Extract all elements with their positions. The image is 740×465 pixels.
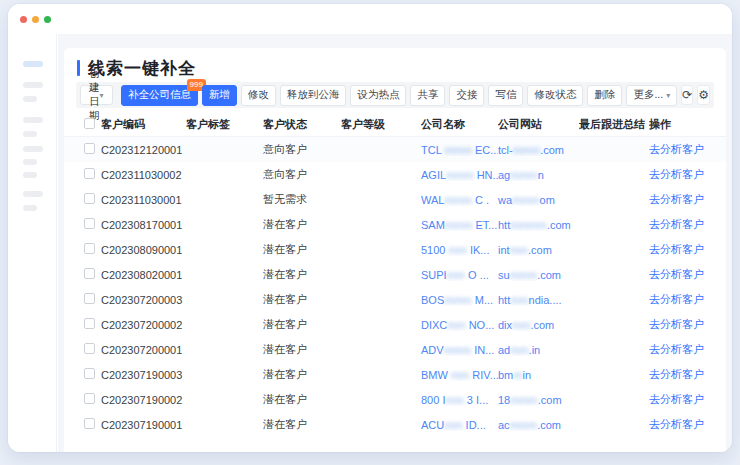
column-header-last-follow-up: 最后跟进总结 <box>579 117 649 132</box>
sidebar-item-active[interactable] <box>23 61 43 67</box>
window-titlebar <box>8 4 732 34</box>
row-checkbox[interactable] <box>84 293 95 304</box>
sidebar-item[interactable] <box>23 131 37 137</box>
toolbar-button-删除[interactable]: 删除 <box>587 85 622 106</box>
more-button[interactable]: 更多... ▾ <box>626 85 677 106</box>
company-name-link[interactable]: BMW mm RIV... <box>421 369 498 381</box>
company-website-link[interactable]: summm.com <box>498 269 579 281</box>
complete-company-info-button[interactable]: 补全公司信息 999 <box>121 85 198 106</box>
table-row: C202307200002 潜在客户 DIXCmm NO... dixmm.co… <box>64 312 726 337</box>
company-name-link[interactable]: SUPImm O ... <box>421 269 498 281</box>
analyze-customer-link[interactable]: 去分析客户 <box>649 293 704 305</box>
company-name-link[interactable]: SAMmmm ET... <box>421 219 498 231</box>
toolbar-button-写信[interactable]: 写信 <box>488 85 523 106</box>
company-website-link[interactable]: agmmmn <box>498 169 579 181</box>
refresh-button[interactable]: ⟳ <box>681 85 693 105</box>
column-header-actions: 操作 <box>649 117 726 132</box>
company-name-link[interactable]: AGILmmm HN... <box>421 169 498 181</box>
desktop-background: 线索一键补全 创建日期 ▾ 补全公司信息 999 新增 修改释放 <box>0 0 740 465</box>
select-all-checkbox[interactable] <box>84 118 95 129</box>
row-checkbox[interactable] <box>84 418 95 429</box>
company-website-link[interactable]: httmmndia.... <box>498 294 579 306</box>
row-checkbox[interactable] <box>84 368 95 379</box>
minimize-window-button[interactable] <box>32 16 39 23</box>
analyze-customer-link[interactable]: 去分析客户 <box>649 268 704 280</box>
company-website-link[interactable]: tcl-mmm.com <box>498 144 579 156</box>
row-checkbox[interactable] <box>84 168 95 179</box>
toolbar-button-修改[interactable]: 修改 <box>241 85 276 106</box>
row-checkbox[interactable] <box>84 318 95 329</box>
analyze-customer-link[interactable]: 去分析客户 <box>649 168 704 180</box>
company-website-link[interactable]: 18mmm.com <box>498 394 579 406</box>
row-checkbox[interactable] <box>84 193 95 204</box>
analyze-customer-link[interactable]: 去分析客户 <box>649 393 704 405</box>
analyze-customer-link[interactable]: 去分析客户 <box>649 418 704 430</box>
analyze-customer-link[interactable]: 去分析客户 <box>649 193 704 205</box>
customer-code-cell: C202311030002 <box>101 169 186 181</box>
company-website-link[interactable]: bmmin <box>498 369 579 381</box>
create-date-filter[interactable]: 创建日期 ▾ <box>80 85 113 105</box>
redacted-text: mmm <box>510 169 538 181</box>
row-checkbox[interactable] <box>84 243 95 254</box>
company-name-link[interactable]: DIXCmm NO... <box>421 319 498 331</box>
sidebar-item[interactable] <box>23 82 43 88</box>
company-name-link[interactable]: 5100 mm IK... <box>421 244 498 256</box>
customer-code-cell: C202307200001 <box>101 344 186 356</box>
row-checkbox[interactable] <box>84 143 95 154</box>
analyze-customer-link[interactable]: 去分析客户 <box>649 343 704 355</box>
customer-code-cell: C202308170001 <box>101 219 186 231</box>
column-header-customer-level: 客户等级 <box>341 117 421 132</box>
complete-company-info-label: 补全公司信息 <box>128 88 191 102</box>
company-name-link[interactable]: 800 Imm 3 I... <box>421 394 498 406</box>
toolbar-button-交接[interactable]: 交接 <box>449 85 484 106</box>
customer-code-cell: C202311030001 <box>101 194 186 206</box>
redacted-text: mmm <box>444 194 472 206</box>
row-checkbox[interactable] <box>84 268 95 279</box>
analyze-customer-link[interactable]: 去分析客户 <box>649 318 704 330</box>
toolbar-button-释放到公海[interactable]: 释放到公海 <box>280 85 347 106</box>
company-name-link[interactable]: ACUmm ID... <box>421 419 498 431</box>
analyze-customer-link[interactable]: 去分析客户 <box>649 218 704 230</box>
company-website-link[interactable]: admm.in <box>498 344 579 356</box>
toolbar-button-共享[interactable]: 共享 <box>410 85 445 106</box>
company-name-link[interactable]: WALmmm C . <box>421 194 498 206</box>
page-title: 线索一键补全 <box>88 57 196 80</box>
company-website-link[interactable]: httmmmm.com <box>498 219 579 231</box>
company-name-link[interactable]: BOSmmm M... <box>421 294 498 306</box>
sidebar-item[interactable] <box>23 117 43 123</box>
redacted-text: mmm <box>512 194 540 206</box>
page-header: 线索一键补全 <box>64 48 726 82</box>
column-header-company-website: 公司网站 <box>498 117 579 132</box>
sidebar-item[interactable] <box>23 96 37 102</box>
company-website-link[interactable]: dixmm.com <box>498 319 579 331</box>
company-name-link[interactable]: ADVmmm IN... <box>421 344 498 356</box>
redacted-text: mmm <box>445 219 473 231</box>
redacted-text: mm <box>451 369 469 381</box>
toolbar-button-修改状态[interactable]: 修改状态 <box>527 85 583 106</box>
company-website-link[interactable]: acmmm.com <box>498 419 579 431</box>
analyze-customer-link[interactable]: 去分析客户 <box>649 143 704 155</box>
settings-button[interactable]: ⚙ <box>697 85 710 105</box>
analyze-customer-link[interactable]: 去分析客户 <box>649 243 704 255</box>
column-header-customer-tag: 客户标签 <box>186 117 263 132</box>
analyze-customer-link[interactable]: 去分析客户 <box>649 368 704 380</box>
sidebar-item[interactable] <box>23 159 37 165</box>
toolbar-default-buttons: 修改释放到公海设为热点共享交接写信修改状态删除 <box>241 85 623 106</box>
sidebar-item[interactable] <box>23 191 43 197</box>
row-checkbox[interactable] <box>84 343 95 354</box>
sidebar-item[interactable] <box>23 146 43 152</box>
row-checkbox[interactable] <box>84 393 95 404</box>
redacted-text: mmm <box>513 144 541 156</box>
toolbar-button-设为热点[interactable]: 设为热点 <box>350 85 406 106</box>
add-new-button[interactable]: 新增 <box>202 85 237 106</box>
company-website-link[interactable]: intmm.com <box>498 244 579 256</box>
company-website-link[interactable]: wammmom <box>498 194 579 206</box>
company-name-link[interactable]: TCL mmm EC... <box>421 144 498 156</box>
refresh-icon: ⟳ <box>682 88 692 102</box>
close-window-button[interactable] <box>20 16 27 23</box>
maximize-window-button[interactable] <box>44 16 51 23</box>
row-checkbox[interactable] <box>84 218 95 229</box>
sidebar-item[interactable] <box>23 172 37 178</box>
redacted-text: mm <box>510 294 528 306</box>
sidebar-item[interactable] <box>23 205 37 211</box>
